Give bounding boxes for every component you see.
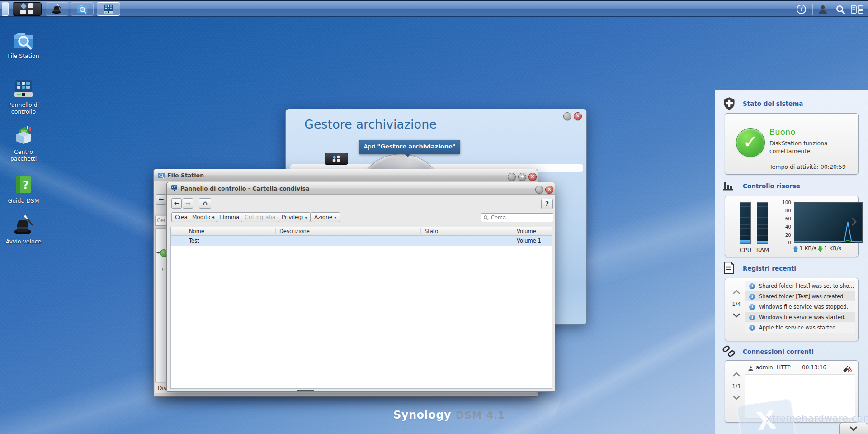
y-tick: 20 <box>780 232 791 238</box>
minimize-button[interactable] <box>508 173 516 181</box>
delete-button[interactable]: Elimina <box>216 212 243 222</box>
search-button[interactable] <box>834 4 847 14</box>
panel-collapse-tab[interactable] <box>839 423 868 434</box>
show-desktop-button[interactable] <box>2 2 9 16</box>
folder-search-icon <box>76 4 88 14</box>
back-button[interactable]: ← <box>171 198 182 209</box>
taskbar-control-panel-button[interactable] <box>97 2 120 16</box>
chevron-down-icon <box>733 396 740 400</box>
info-button[interactable]: i <box>796 4 807 14</box>
info-icon: i <box>749 283 755 289</box>
system-health-card: ✓ Buono DiskStation funziona correttamen… <box>725 113 859 175</box>
package-box-globe-icon <box>13 126 34 146</box>
minimize-button[interactable] <box>563 112 571 120</box>
kill-connection-icon[interactable] <box>843 366 852 372</box>
upload-arrow-icon <box>793 246 798 252</box>
magic-hat-icon <box>13 215 34 235</box>
minimize-button[interactable] <box>535 186 543 194</box>
close-button[interactable]: ✕ <box>528 173 537 181</box>
log-entry[interactable]: i Windows file service was stopped. <box>745 302 855 312</box>
info-icon: i <box>749 325 755 331</box>
pilot-view-button[interactable] <box>850 4 864 14</box>
desktop-icon-control-panel[interactable]: Pannello di controllo <box>0 79 47 115</box>
chevron-up-icon <box>733 372 740 377</box>
window-resize-grip[interactable] <box>297 390 314 391</box>
open-button-prefix: Apri <box>363 143 377 150</box>
connections-page-down[interactable] <box>729 395 744 401</box>
logs-page-down[interactable] <box>729 313 744 319</box>
desktop-icon-quick-start[interactable]: Avvio veloce <box>0 215 47 245</box>
grid-menu-icon <box>333 156 340 162</box>
chevron-up-icon <box>733 290 740 294</box>
close-button[interactable]: ✕ <box>545 186 553 194</box>
resource-monitor-card[interactable]: CPU RAM 100 80 60 40 20 0 1 KB/s 1 KB/s <box>725 196 859 257</box>
info-icon: i <box>749 294 755 300</box>
brand-text: Synology <box>393 409 451 421</box>
caret-down-icon: ▾ <box>305 215 307 220</box>
taskbar-quick-start-button[interactable] <box>46 2 68 16</box>
health-description-line2: correttamente. <box>769 148 812 154</box>
control-panel-window: Pannello di controllo - Cartella condivi… <box>166 182 555 392</box>
column-header-description[interactable]: Descrizione <box>279 228 310 234</box>
info-icon: i <box>797 5 806 14</box>
grid-menu-icon <box>20 3 34 15</box>
action-dropdown-button[interactable]: Azione▾ <box>311 212 340 222</box>
chevron-down-icon <box>733 313 740 318</box>
maximize-button[interactable]: + <box>518 173 526 181</box>
desktop-icon-file-station[interactable]: File Station <box>0 30 47 59</box>
file-station-titlebar[interactable] <box>154 169 538 181</box>
user-menu-button[interactable] <box>816 4 829 14</box>
caret-down-icon: ▾ <box>334 215 336 220</box>
help-button[interactable]: ? <box>541 199 553 209</box>
logs-page-indicator: 1/4 <box>729 301 744 307</box>
connection-protocol: HTTP <box>777 364 791 371</box>
close-button[interactable]: ✕ <box>574 112 582 120</box>
expand-chevron-right-icon[interactable] <box>852 218 857 226</box>
connection-row[interactable]: admin HTTP 00:13:16 <box>745 364 855 373</box>
encryption-dropdown-button[interactable]: Crittografia▾ <box>241 212 283 222</box>
edit-button[interactable]: Modifica <box>189 212 218 222</box>
log-text: Shared folder [Test] was set to sho... <box>759 283 854 289</box>
log-entry[interactable]: i Windows file service was started. <box>745 312 855 322</box>
window-title: Gestore archiviazione <box>304 117 437 131</box>
main-menu-button[interactable] <box>13 2 42 16</box>
tree-expand-arrow-icon[interactable] <box>162 267 165 271</box>
search-input[interactable]: Cerca <box>155 216 168 226</box>
folder-search-icon <box>157 172 165 180</box>
taskbar-file-station-button[interactable] <box>71 2 94 16</box>
y-tick: 0 <box>780 240 791 245</box>
table-row[interactable]: Test - Volume 1 <box>171 236 552 246</box>
forward-button[interactable]: → <box>183 198 193 209</box>
column-header-status[interactable]: Stato <box>425 228 438 234</box>
tree-collapse-arrow-icon[interactable] <box>156 252 160 256</box>
log-entry[interactable]: i Shared folder [Test] was set to sho... <box>745 281 855 291</box>
search-box[interactable] <box>481 213 553 222</box>
home-button[interactable]: ⌂ <box>199 198 211 209</box>
cpu-label: CPU <box>736 247 755 253</box>
search-input[interactable] <box>490 214 551 221</box>
log-entry[interactable]: i Apple file service was started. <box>745 323 855 333</box>
back-button[interactable]: ← <box>156 194 166 205</box>
main-menu-chip <box>325 153 348 165</box>
health-status: Buono <box>769 127 795 137</box>
column-header-name[interactable]: Nome <box>189 228 204 234</box>
info-icon: i <box>749 315 755 320</box>
magic-hat-icon <box>51 4 63 14</box>
button-label: Modifica <box>192 214 215 220</box>
connections-page-up[interactable] <box>729 372 744 378</box>
log-entry[interactable]: i Shared folder [Test] was created. <box>745 291 855 301</box>
y-tick: 60 <box>780 216 791 221</box>
column-header-volume[interactable]: Volume <box>517 228 536 234</box>
folder-tree-sidebar[interactable] <box>155 228 168 382</box>
desktop-icon-dsm-help[interactable]: ? Guida DSM <box>0 175 47 204</box>
document-log-icon <box>723 262 735 276</box>
desktop-icon-package-center[interactable]: Centro pacchetti <box>0 126 47 162</box>
y-tick: 40 <box>780 224 791 229</box>
table-header: Nome Descrizione Stato Volume <box>171 227 552 236</box>
open-storage-manager-button[interactable]: Apri "Gestore archiviazione" <box>359 140 460 154</box>
y-tick: 100 <box>780 200 791 205</box>
control-panel-icon <box>13 79 34 99</box>
logs-page-up[interactable] <box>729 289 744 296</box>
privileges-dropdown-button[interactable]: Privilegi▾ <box>278 212 311 222</box>
network-speed-row: 1 KB/s 1 KB/s <box>793 245 841 252</box>
